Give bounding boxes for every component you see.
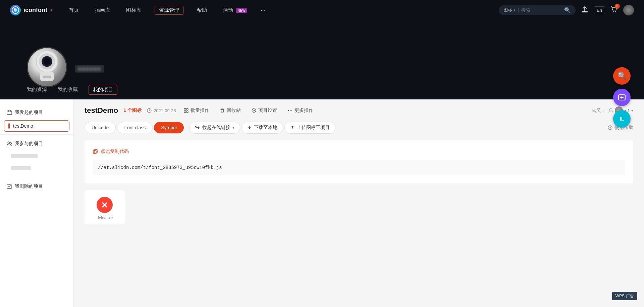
nav-right: 图标 ▾ 🔍 En 0 [499,5,634,15]
project-date: 2021-09-26 [147,108,176,113]
cart-badge: 0 [615,4,620,9]
project-header: testDemo 1 个图标 2021-09-26 批量操作 回收站 [85,106,633,115]
copy-code-btn[interactable]: 点此复制代码 [93,148,625,155]
floating-buttons: 🔍 IL [613,67,631,128]
nav-activity[interactable]: 活动 NEW [220,6,250,15]
svg-point-2 [14,8,15,10]
members-chevron[interactable]: ▾ [631,108,633,113]
symbol-tabs-row: Unicode Font class Symbol 收起在线链接 ▾ 下载至本地… [85,122,633,134]
sidebar-section-participated: 我参与的项目 [0,137,73,174]
sidebar-section-my-projects: 我发起的项目 testDemo [0,106,73,132]
project-header-left: testDemo 1 个图标 2021-09-26 批量操作 回收站 [85,106,316,115]
svg-point-3 [613,11,614,12]
svg-point-8 [44,58,50,65]
upload-btn[interactable]: 上传图标至项目 [284,122,335,134]
sidebar-item-testdemo[interactable]: testDemo [4,120,69,132]
tab-symbol[interactable]: Symbol [154,122,184,133]
sidebar-divider-2 [0,177,73,177]
delete-circle-shape [97,197,113,213]
project-title: testDemo [85,106,118,115]
project-icon-count: 1 个图标 [123,107,142,114]
svg-point-13 [8,142,10,144]
logo-plus: + [50,7,53,13]
svg-point-14 [10,143,12,144]
download-btn[interactable]: 下载至本地 [241,122,283,134]
profile-tabs: 我的资源 我的收藏 我的项目 [0,81,644,99]
float-search-btn[interactable]: 🔍 [613,67,631,85]
profile-info: ●●●●●● [75,65,104,73]
more-op-btn[interactable]: 更多操作 [285,106,316,115]
upload-icon-btn[interactable] [581,6,588,15]
online-link-btn[interactable]: 收起在线链接 ▾ [189,122,240,134]
sidebar-deleted-title[interactable]: 我删除的项目 [0,180,73,193]
recycle-btn[interactable]: 回收站 [217,106,244,115]
tab-my-projects[interactable]: 我的项目 [89,85,117,95]
content-area: testDemo 1 个图标 2021-09-26 批量操作 回收站 [74,99,644,307]
logo-text: iconfont [23,7,47,14]
svg-rect-28 [94,149,97,153]
nav-illustration[interactable]: 插画库 [92,6,113,15]
icon-delete-circle-icon [97,197,113,213]
search-input[interactable] [521,7,561,13]
svg-rect-10 [43,76,51,78]
float-user-btn[interactable]: IL [613,110,631,128]
svg-point-4 [615,11,616,12]
nav-resource-manage[interactable]: 资源管理 [155,6,183,15]
svg-point-24 [291,110,292,111]
top-nav: iconfont+ 首页 插画库 图标库 资源管理 帮助 活动 NEW ··· … [0,0,644,20]
logo-icon [10,5,21,15]
profile-name: ●●●●●● [75,65,104,73]
nav-more-dots[interactable]: ··· [261,7,266,14]
user-avatar-nav[interactable] [623,5,634,15]
nav-help[interactable]: 帮助 [194,6,210,15]
float-add-btn[interactable] [613,89,631,106]
nav-items: 首页 插画库 图标库 资源管理 帮助 活动 NEW ··· [66,6,499,15]
nav-icons[interactable]: 图标库 [123,6,144,15]
sidebar-section-deleted: 我删除的项目 [0,180,73,193]
search-type-chevron: ▾ [514,8,516,12]
sidebar: 我发起的项目 testDemo 我参与的项目 我删除的项目 [0,99,74,307]
svg-rect-17 [184,108,186,110]
icon-grid: deletepic [85,190,633,224]
sidebar-my-projects-title[interactable]: 我发起的项目 [0,106,73,119]
svg-point-27 [610,129,610,129]
cart-icon-btn[interactable]: 0 [610,6,618,15]
avatar-image [28,48,66,86]
logo[interactable]: iconfont+ [10,5,53,15]
tab-font-class[interactable]: Font class [117,122,153,133]
code-block: //at.alicdn.com/t/font_2835973_u95cw10fk… [93,160,625,175]
nav-home[interactable]: 首页 [66,6,82,15]
svg-rect-12 [7,111,12,115]
language-toggle[interactable]: En [594,6,605,14]
online-link-chevron: ▾ [232,126,234,130]
main-layout: 我发起的项目 testDemo 我参与的项目 我删除的项目 [0,99,644,307]
svg-point-21 [253,110,255,111]
icon-card-label: deletepic [97,216,113,220]
members-label: 成员： [591,107,605,114]
sidebar-active-indicator [8,123,10,129]
sidebar-divider-1 [0,134,73,135]
batch-op-btn[interactable]: 批量操作 [181,106,212,115]
svg-point-23 [290,110,290,111]
search-type-dropdown[interactable]: 图标 ▾ [503,7,516,13]
svg-point-22 [288,110,289,111]
search-box: 图标 ▾ 🔍 [499,5,576,15]
svg-rect-18 [186,108,188,110]
svg-rect-19 [184,111,186,113]
search-divider [518,8,519,12]
wps-ad-banner[interactable]: WPS-广告 [612,292,637,300]
icon-card-deletepic[interactable]: deletepic [85,190,125,224]
settings-btn[interactable]: 项目设置 [249,106,280,115]
sidebar-participated-title[interactable]: 我参与的项目 [0,137,73,150]
profile-avatar [27,47,67,87]
profile-header: ●●●●●● [0,20,644,81]
svg-rect-20 [186,111,188,113]
tab-unicode[interactable]: Unicode [85,122,116,133]
code-section: 点此复制代码 //at.alicdn.com/t/font_2835973_u9… [85,140,633,183]
sidebar-participated-item-2[interactable] [0,162,73,174]
sidebar-participated-item-1[interactable] [0,150,73,162]
activity-badge: NEW [236,8,247,13]
search-icon[interactable]: 🔍 [564,7,571,13]
